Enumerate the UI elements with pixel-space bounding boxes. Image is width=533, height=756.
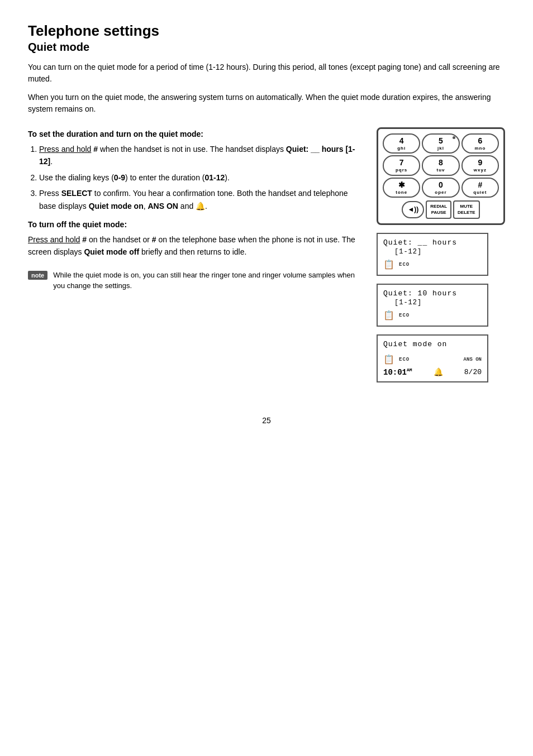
hash-key-2: # bbox=[82, 235, 87, 244]
lcd3-eco: ECO bbox=[399, 357, 410, 362]
lcd-screen-3: Quiet mode on 📋 ECO ANS ON 10:01AM 🔔 8/2… bbox=[377, 334, 488, 382]
keypad-grid: 4ghi 5jkl 6mno 7pqrs 8tuv 9wxyz bbox=[383, 133, 499, 198]
page-number: 25 bbox=[28, 416, 505, 425]
lcd2-line1: Quiet: 10 hours bbox=[383, 289, 482, 298]
lcd3-page-icon: 📋 bbox=[383, 354, 394, 365]
ans-on-text: ANS ON bbox=[148, 202, 178, 210]
lcd3-date: 8/20 bbox=[464, 368, 482, 376]
lcd3-bottom-bar: 10:01AM 🔔 8/20 bbox=[383, 367, 482, 377]
key-6[interactable]: 6mno bbox=[461, 133, 499, 154]
step-3: Press SELECT to confirm. You hear a conf… bbox=[39, 187, 360, 212]
lcd2-icons: 📋 ECO bbox=[383, 310, 482, 321]
section-subtitle: Quiet mode bbox=[28, 41, 505, 54]
key-0[interactable]: 0oper bbox=[422, 178, 459, 198]
key-4[interactable]: 4ghi bbox=[383, 133, 420, 154]
keypad-diagram: 4ghi 5jkl 6mno 7pqrs 8tuv 9wxyz bbox=[377, 127, 505, 225]
turn-off-text: Press and hold # on the handset or # on … bbox=[28, 233, 360, 259]
left-content: To set the duration and turn on the quie… bbox=[28, 122, 360, 291]
step-2: Use the dialing keys (0-9) to enter the … bbox=[39, 171, 360, 184]
intro-paragraph-1: You can turn on the quiet mode for a per… bbox=[28, 61, 505, 85]
lcd3-ans-on: ANS ON bbox=[464, 357, 482, 362]
page-title: Telephone settings bbox=[28, 22, 505, 40]
key-mute-delete[interactable]: MUTEDELETE bbox=[453, 200, 480, 219]
key-9[interactable]: 9wxyz bbox=[461, 155, 499, 175]
lcd1-eco: ECO bbox=[399, 262, 410, 267]
key-5[interactable]: 5jkl bbox=[422, 133, 459, 154]
note-box: note While the quiet mode is on, you can… bbox=[28, 270, 360, 291]
bell-icon-ref: 🔔 bbox=[196, 202, 205, 210]
intro-paragraph-2: When you turn on the quiet mode, the ans… bbox=[28, 92, 505, 115]
lcd-screen-2: Quiet: 10 hours [1-12] 📋 ECO bbox=[377, 284, 488, 327]
turn-off-heading: To turn off the quiet mode: bbox=[28, 220, 360, 229]
content-wrapper: To set the duration and turn on the quie… bbox=[28, 122, 505, 382]
lcd2-page-icon: 📋 bbox=[383, 310, 394, 321]
key-8[interactable]: 8tuv bbox=[422, 155, 459, 175]
lcd2-eco: ECO bbox=[399, 313, 410, 318]
keypad-bottom-row: ◄)) REDIALPAUSE MUTEDELETE bbox=[383, 200, 499, 219]
key-volume[interactable]: ◄)) bbox=[402, 201, 424, 219]
lcd1-page-icon: 📋 bbox=[383, 259, 394, 270]
display-text-2: Quiet mode on bbox=[89, 202, 144, 210]
key-hash[interactable]: #quiet bbox=[461, 178, 499, 198]
set-section-heading: To set the duration and turn on the quie… bbox=[28, 130, 360, 138]
step-1: Press and hold # when the handset is not… bbox=[39, 143, 360, 168]
lcd2-line2: [1-12] bbox=[383, 299, 482, 307]
lcd3-bell: 🔔 bbox=[434, 367, 443, 377]
select-key: SELECT bbox=[61, 189, 92, 198]
duration-range: 01-12 bbox=[205, 173, 225, 182]
key-7[interactable]: 7pqrs bbox=[383, 155, 420, 175]
note-text: While the quiet mode is on, you can stil… bbox=[53, 270, 360, 291]
quiet-mode-off-text: Quiet mode off bbox=[84, 247, 139, 256]
lcd3-time: 10:01AM bbox=[383, 367, 412, 377]
key-star[interactable]: ✱tone bbox=[383, 178, 420, 198]
press-hold-text: Press and hold bbox=[39, 145, 91, 154]
steps-list: Press and hold # when the handset is not… bbox=[28, 143, 360, 212]
hash-key-3: # bbox=[152, 235, 156, 244]
press-hold-text-2: Press and hold bbox=[28, 235, 80, 244]
lcd-screen-1: Quiet: __ hours [1-12] 📋 ECO bbox=[377, 233, 488, 276]
key-redial-pause[interactable]: REDIALPAUSE bbox=[426, 200, 451, 219]
keys-09: 0-9 bbox=[114, 173, 125, 182]
lcd3-icons: 📋 ECO ANS ON bbox=[383, 354, 482, 365]
hash-key-1: # bbox=[93, 145, 98, 154]
turn-off-section: To turn off the quiet mode: Press and ho… bbox=[28, 220, 360, 259]
lcd3-line1: Quiet mode on bbox=[383, 340, 482, 348]
right-content: 4ghi 5jkl 6mno 7pqrs 8tuv 9wxyz bbox=[377, 127, 505, 382]
lcd1-line2: [1-12] bbox=[383, 248, 482, 256]
note-label: note bbox=[28, 271, 47, 280]
lcd1-icons: 📋 ECO bbox=[383, 259, 482, 270]
lcd1-line1: Quiet: __ hours bbox=[383, 238, 482, 247]
